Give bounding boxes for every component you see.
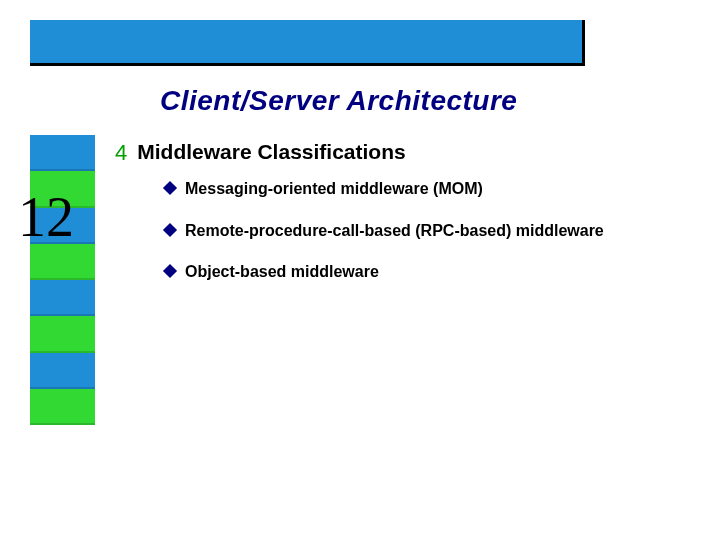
stripe [30, 316, 95, 352]
stripe [30, 280, 95, 316]
stripe [30, 244, 95, 280]
stripe [30, 135, 95, 171]
page-title: Client/Server Architecture [160, 85, 517, 117]
list-item: Messaging-oriented middleware (MOM) [165, 178, 615, 200]
sidebar-stripes [30, 135, 95, 425]
bullet-list: Messaging-oriented middleware (MOM) Remo… [165, 178, 615, 303]
section-header: 4 Middleware Classifications [115, 140, 406, 166]
section-header-text: Middleware Classifications [137, 140, 405, 164]
section-bullet-icon: 4 [115, 140, 127, 166]
bullet-text: Remote-procedure-call-based (RPC-based) … [185, 220, 604, 242]
list-item: Remote-procedure-call-based (RPC-based) … [165, 220, 615, 242]
header-bar [30, 20, 585, 66]
bullet-text: Messaging-oriented middleware (MOM) [185, 178, 483, 200]
stripe [30, 389, 95, 425]
diamond-icon [163, 181, 177, 195]
list-item: Object-based middleware [165, 261, 615, 283]
slide-number: 12 [18, 185, 74, 249]
stripe [30, 353, 95, 389]
bullet-text: Object-based middleware [185, 261, 379, 283]
diamond-icon [163, 264, 177, 278]
diamond-icon [163, 223, 177, 237]
